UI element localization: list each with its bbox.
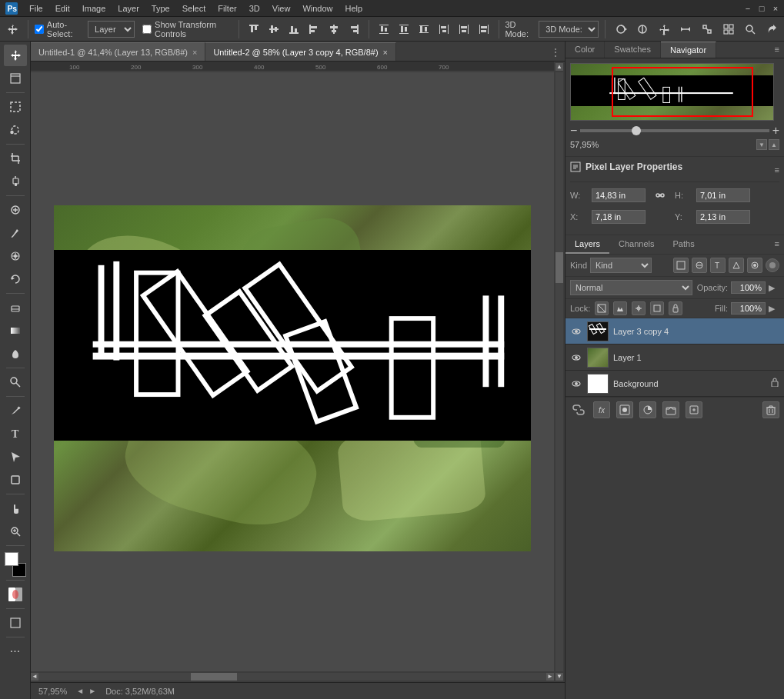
panel-tab-color[interactable]: Color: [565, 42, 605, 58]
filter-type-icon[interactable]: T: [710, 258, 726, 273]
lock-transparent-btn[interactable]: [595, 301, 609, 315]
align-top-btn[interactable]: [245, 22, 262, 36]
menu-3d[interactable]: 3D: [243, 2, 266, 15]
align-right-btn[interactable]: [345, 22, 362, 36]
close-tab-1[interactable]: ×: [192, 48, 197, 57]
opacity-dropdown-btn[interactable]: ▶: [769, 283, 779, 293]
layer-filter-dropdown[interactable]: Kind: [590, 258, 652, 273]
menu-view[interactable]: View: [266, 2, 297, 15]
filter-pixel-icon[interactable]: [673, 258, 689, 273]
shape-tool[interactable]: [4, 469, 27, 491]
panel-options-btn[interactable]: ≡: [770, 42, 784, 58]
3d-rotate-btn[interactable]: [612, 22, 630, 37]
menu-select[interactable]: Select: [176, 2, 212, 15]
tabs-overflow-btn[interactable]: ⋮: [546, 44, 565, 61]
menu-file[interactable]: File: [23, 2, 49, 15]
layer-group-btn[interactable]: [662, 401, 679, 418]
new-layer-btn[interactable]: [686, 401, 702, 418]
layer-adjustment-btn[interactable]: [639, 401, 656, 418]
window-minimize[interactable]: −: [742, 3, 753, 14]
scroll-thumb[interactable]: [555, 252, 563, 283]
auto-select-checkbox[interactable]: Auto-Select:: [35, 20, 83, 38]
crop-tool[interactable]: [4, 148, 27, 169]
dist-left-btn[interactable]: [435, 22, 452, 36]
zoom-in-btn[interactable]: +: [772, 124, 779, 138]
dist-right-btn[interactable]: [475, 22, 492, 36]
vertical-scrollbar[interactable]: ▲ ▼: [554, 62, 565, 682]
layers-tab-channels[interactable]: Channels: [609, 235, 663, 254]
blend-mode-select[interactable]: Normal Multiply Screen: [570, 280, 692, 295]
dist-vc-btn[interactable]: [395, 22, 412, 36]
more-tools-btn[interactable]: ···: [4, 641, 27, 662]
lock-artboard-btn[interactable]: [650, 301, 664, 315]
dist-top-btn[interactable]: [375, 22, 392, 36]
prop-h-input[interactable]: [696, 188, 750, 202]
move-tool-btn[interactable]: [3, 22, 22, 37]
horizontal-scrollbar[interactable]: ◄ ►: [31, 671, 554, 682]
layer-visibility-0[interactable]: [570, 325, 582, 338]
align-left-btn[interactable]: [305, 22, 322, 36]
history-brush-tool[interactable]: [4, 268, 27, 290]
lock-all-btn[interactable]: [669, 301, 682, 315]
link-wh-btn[interactable]: [652, 187, 669, 204]
type-tool[interactable]: T: [4, 423, 27, 444]
3d-slide-btn[interactable]: [676, 22, 695, 37]
clone-tool[interactable]: [4, 245, 27, 267]
align-vcenter-btn[interactable]: [265, 22, 282, 36]
menu-type[interactable]: Type: [145, 2, 176, 15]
layers-options-btn[interactable]: ≡: [770, 235, 784, 254]
move-tool[interactable]: [4, 45, 27, 66]
scroll-up-btn[interactable]: ▲: [555, 63, 563, 71]
layer-visibility-1[interactable]: [570, 351, 582, 364]
menu-layer[interactable]: Layer: [112, 2, 145, 15]
menu-window[interactable]: Window: [296, 2, 339, 15]
pen-tool[interactable]: [4, 400, 27, 421]
lock-image-btn[interactable]: [613, 301, 627, 315]
path-select-tool[interactable]: [4, 446, 27, 468]
close-tab-2[interactable]: ×: [383, 48, 388, 57]
dist-bottom-btn[interactable]: [415, 22, 432, 36]
search-btn[interactable]: [741, 22, 759, 37]
lock-position-btn[interactable]: [632, 301, 646, 315]
lasso-tool[interactable]: [4, 119, 27, 141]
menu-filter[interactable]: Filter: [212, 2, 242, 15]
spot-heal-tool[interactable]: [4, 199, 27, 221]
3d-roll-btn[interactable]: [633, 22, 652, 37]
prop-y-input[interactable]: [696, 210, 750, 224]
share-btn[interactable]: [762, 22, 781, 37]
scroll-right-btn[interactable]: ►: [546, 673, 554, 681]
window-close[interactable]: ×: [770, 3, 781, 14]
layer-item-2[interactable]: Background: [565, 371, 784, 397]
gradient-tool[interactable]: [4, 320, 27, 341]
scroll-down-btn[interactable]: ▼: [555, 673, 563, 681]
screen-mode-tool[interactable]: [4, 612, 27, 634]
filter-adjustment-icon[interactable]: [692, 258, 707, 273]
window-maximize[interactable]: □: [756, 3, 767, 14]
delete-layer-btn[interactable]: [762, 401, 779, 418]
layer-visibility-2[interactable]: [570, 378, 582, 390]
quick-mask-tool[interactable]: [4, 584, 27, 605]
brush-tool[interactable]: [4, 222, 27, 244]
layer-fx-btn[interactable]: fx: [593, 401, 610, 418]
opacity-input[interactable]: [731, 281, 766, 294]
scroll-left-btn[interactable]: ◄: [31, 673, 38, 681]
rect-select-tool[interactable]: [4, 96, 27, 118]
foreground-color-swatch[interactable]: [5, 552, 18, 566]
filter-shape-icon[interactable]: [729, 258, 744, 273]
align-bottom-btn[interactable]: [285, 22, 302, 36]
zoom-slider[interactable]: [580, 129, 769, 132]
nav-zoom-dec[interactable]: ▼: [756, 139, 767, 150]
show-transform-checkbox[interactable]: Show Transform Controls: [142, 20, 232, 38]
filter-smart-icon[interactable]: [747, 258, 762, 273]
layers-tab-layers[interactable]: Layers: [565, 235, 609, 254]
dist-hc-btn[interactable]: [455, 22, 472, 36]
hand-tool[interactable]: [4, 498, 27, 519]
menu-image[interactable]: Image: [76, 2, 112, 15]
tab-untitled1[interactable]: Untitled-1 @ 41,4% (Layer 13, RGB/8#) ×: [31, 42, 205, 61]
layer-mask-btn[interactable]: [616, 401, 633, 418]
prop-w-input[interactable]: [592, 188, 646, 202]
panel-tab-navigator[interactable]: Navigator: [661, 42, 716, 58]
layer-item-0[interactable]: Layer 3 copy 4: [565, 318, 784, 345]
3d-mode-dropdown[interactable]: 3D Mode:: [539, 21, 599, 38]
3d-scale-btn[interactable]: [698, 22, 716, 37]
